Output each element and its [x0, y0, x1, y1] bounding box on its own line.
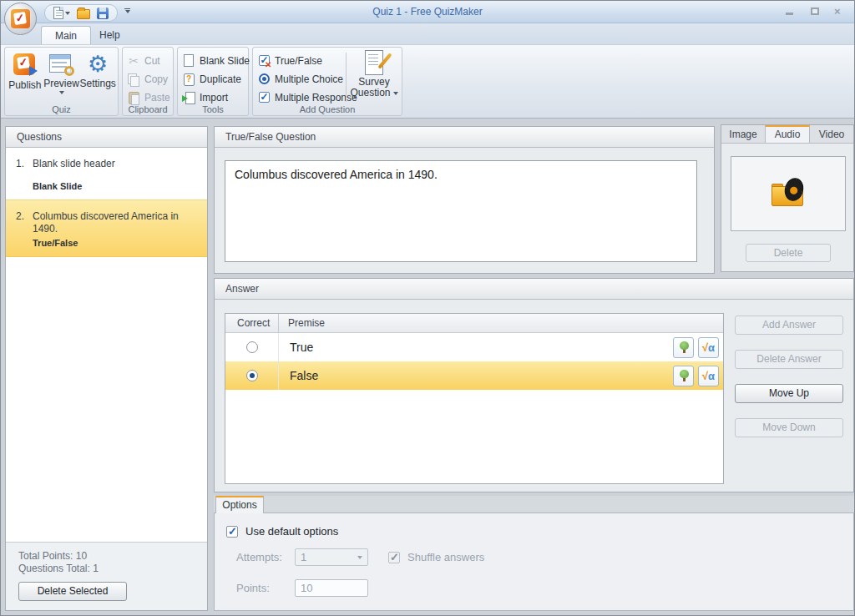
answers-table-header: Correct Premise	[225, 314, 723, 333]
question-1-type: Blank Slide	[33, 181, 200, 191]
tree-image-icon	[679, 370, 689, 381]
quick-access-toolbar	[44, 4, 118, 22]
true-false-icon	[259, 55, 270, 66]
close-button[interactable]: ×	[834, 7, 846, 17]
minimize-button[interactable]	[784, 7, 796, 17]
audio-folder-icon	[770, 178, 807, 210]
publish-icon: ✓	[13, 53, 38, 78]
answer-row-false[interactable]: False √α	[225, 361, 723, 390]
duplicate-button[interactable]: Duplicate	[182, 70, 245, 88]
correct-radio-true[interactable]	[246, 341, 258, 353]
qat-more-arrow-icon	[125, 10, 130, 13]
preview-button[interactable]: Preview	[43, 51, 80, 94]
move-down-button[interactable]: Move Down	[735, 418, 843, 437]
ribbon-group-tools: Blank Slide Duplicate Import Tools	[177, 47, 249, 116]
qat-more-icon	[124, 8, 130, 9]
insert-equation-button[interactable]: √α	[698, 366, 719, 386]
column-header-correct: Correct	[225, 314, 279, 332]
question-panel: True/False Question Columbus discovered …	[214, 126, 715, 274]
cut-icon: ✂	[127, 54, 140, 68]
add-multiple-choice-button[interactable]: Multiple Choice	[257, 70, 357, 88]
media-delete-button[interactable]: Delete	[746, 244, 831, 262]
total-points-label: Total Points: 10	[18, 550, 207, 563]
use-default-options-label: Use default options	[245, 525, 338, 538]
app-menu-button[interactable]: ✓	[4, 3, 37, 35]
question-list-item-2[interactable]: 2. Columbus discovered America in 1490. …	[6, 199, 207, 257]
group-label-clipboard: Clipboard	[123, 104, 173, 114]
answer-row-true[interactable]: True √α	[225, 333, 723, 361]
paste-button[interactable]: Paste	[127, 88, 170, 106]
points-input[interactable]	[295, 579, 368, 597]
save-button[interactable]	[97, 8, 109, 19]
points-label: Points:	[236, 582, 295, 594]
correct-radio-false[interactable]	[246, 370, 258, 381]
add-answer-button[interactable]: Add Answer	[735, 316, 843, 335]
content-area: Questions 1. Blank slide header Blank Sl…	[1, 119, 854, 615]
ribbon-group-add-question: True/False Multiple Choice Multiple Resp…	[252, 47, 402, 116]
media-panel: Image Audio Video Delete	[721, 124, 854, 272]
insert-image-button[interactable]	[673, 337, 694, 358]
premise-false[interactable]: False	[279, 369, 673, 382]
tab-options[interactable]: Options	[215, 496, 264, 513]
publish-button[interactable]: ✓ Publish	[7, 51, 43, 94]
column-header-premise: Premise	[279, 314, 325, 332]
copy-button[interactable]: Copy	[127, 70, 170, 88]
dropdown-arrow-icon	[357, 556, 362, 559]
multiple-response-icon	[259, 92, 270, 103]
question-2-type: True/False	[33, 238, 200, 248]
question-2-title: Columbus discovered America in 1490.	[33, 210, 200, 235]
answers-table: Correct Premise True √α False	[225, 313, 724, 484]
ribbon-group-quiz: ✓ Publish Preview ⚙ Settings Quiz	[4, 47, 119, 116]
equation-icon: √α	[702, 371, 715, 381]
answer-panel-header: Answer	[215, 279, 853, 300]
options-panel: Options Use default options Attempts: 1 …	[214, 496, 854, 611]
move-up-button[interactable]: Move Up	[735, 384, 843, 403]
group-label-tools: Tools	[178, 104, 248, 114]
answer-panel: Answer Correct Premise True √α	[214, 278, 854, 492]
use-default-options-checkbox[interactable]	[226, 526, 238, 538]
cut-button[interactable]: ✂ Cut	[127, 52, 170, 69]
open-button[interactable]	[77, 9, 90, 19]
customize-qat-button[interactable]	[124, 8, 130, 13]
copy-icon	[127, 73, 140, 86]
shuffle-answers-label: Shuffle answers	[407, 551, 484, 563]
survey-question-button[interactable]: Survey Question	[348, 50, 400, 98]
premise-true[interactable]: True	[279, 341, 673, 354]
import-icon	[182, 91, 195, 104]
insert-equation-button[interactable]: √α	[698, 337, 719, 358]
questions-panel: Questions 1. Blank slide header Blank Sl…	[5, 126, 208, 611]
audio-drop-area[interactable]	[731, 156, 846, 231]
blank-slide-icon	[184, 54, 194, 67]
delete-selected-button[interactable]: Delete Selected	[18, 582, 127, 601]
preview-icon	[49, 54, 74, 76]
options-tabstrip	[214, 496, 854, 513]
shuffle-answers-checkbox[interactable]	[388, 552, 400, 563]
tree-image-icon	[679, 341, 689, 353]
question-text-input[interactable]: Columbus discovered America in 1490.	[225, 160, 697, 262]
insert-image-button[interactable]	[673, 366, 694, 386]
group-label-quiz: Quiz	[5, 104, 118, 114]
minimize-icon	[786, 13, 793, 15]
import-button[interactable]: Import	[182, 88, 245, 106]
blank-slide-button[interactable]: Blank Slide	[182, 52, 245, 69]
tab-video[interactable]: Video	[810, 125, 853, 143]
tab-help[interactable]: Help	[86, 26, 134, 44]
new-quiz-button[interactable]	[53, 7, 70, 19]
add-multiple-response-button[interactable]: Multiple Response	[257, 88, 357, 106]
tab-audio[interactable]: Audio	[766, 125, 810, 143]
attempts-dropdown[interactable]: 1	[295, 548, 368, 566]
settings-button[interactable]: ⚙ Settings	[79, 51, 116, 94]
delete-answer-button[interactable]: Delete Answer	[735, 350, 843, 369]
duplicate-icon	[182, 73, 195, 86]
survey-question-icon	[363, 50, 385, 75]
preview-dropdown-arrow-icon	[59, 91, 64, 94]
tab-image[interactable]: Image	[721, 125, 766, 143]
question-panel-header: True/False Question	[215, 127, 714, 148]
add-true-false-button[interactable]: True/False	[257, 52, 357, 69]
question-list-item-1[interactable]: 1. Blank slide header Blank Slide	[6, 148, 207, 199]
restore-icon	[811, 8, 819, 15]
question-1-title: Blank slide header	[33, 158, 115, 170]
tab-main[interactable]: Main	[41, 26, 91, 44]
app-logo-icon: ✓	[11, 9, 30, 28]
restore-button[interactable]	[809, 7, 821, 17]
